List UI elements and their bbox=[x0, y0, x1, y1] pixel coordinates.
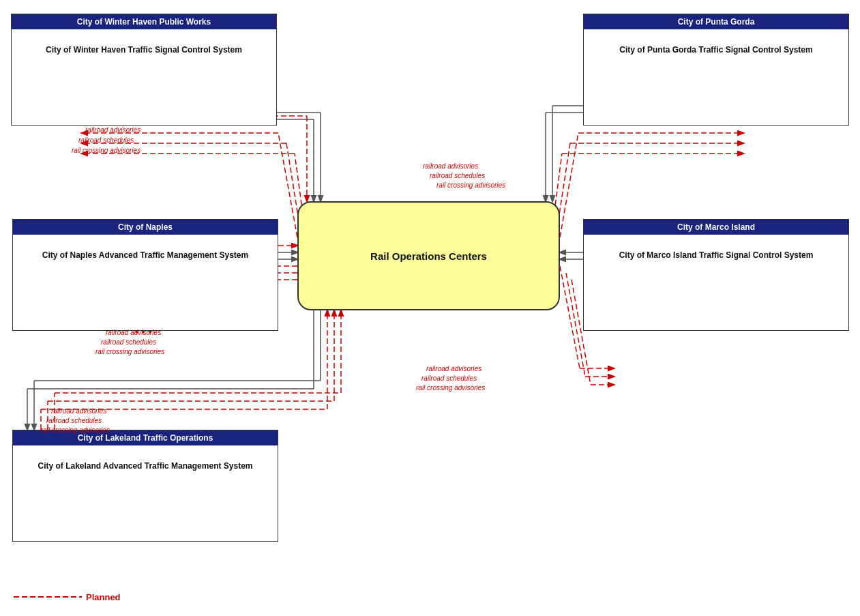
naples-node: City of Naples City of Naples Advanced T… bbox=[12, 219, 278, 331]
legend-label: Planned bbox=[86, 592, 121, 602]
svg-line-0 bbox=[278, 133, 297, 237]
pg-railroad-advisories-label: railroad advisories bbox=[423, 162, 478, 170]
marco-rail-crossing-label: rail crossing advisories bbox=[416, 384, 485, 392]
rail-operations-node: Rail Operations Centers bbox=[297, 201, 560, 310]
legend: Planned bbox=[14, 591, 121, 602]
wh-railroad-advisories-label: railroad advisories bbox=[85, 126, 140, 134]
naples-railroad-schedules-label: railroad schedules bbox=[101, 338, 156, 346]
lakeland-railroad-schedules-label: railroad schedules bbox=[46, 417, 102, 424]
winter-haven-header: City of Winter Haven Public Works bbox=[12, 14, 276, 29]
naples-header: City of Naples bbox=[13, 220, 278, 235]
marco-railroad-advisories-label: railroad advisories bbox=[426, 365, 481, 372]
marco-island-header: City of Marco Island bbox=[584, 220, 848, 235]
legend-line: Planned bbox=[14, 591, 121, 602]
punta-gorda-header: City of Punta Gorda bbox=[584, 14, 848, 29]
naples-body: City of Naples Advanced Traffic Manageme… bbox=[13, 235, 278, 276]
punta-gorda-body: City of Punta Gorda Traffic Signal Contr… bbox=[584, 29, 848, 70]
wh-railroad-schedules-label: railroad schedules bbox=[78, 136, 134, 144]
diagram-container: City of Winter Haven Public Works City o… bbox=[0, 0, 860, 616]
winter-haven-node: City of Winter Haven Public Works City o… bbox=[11, 14, 277, 126]
wh-rail-crossing-advisories-label: rail crossing advisories bbox=[72, 147, 140, 154]
marco-railroad-schedules-label: railroad schedules bbox=[421, 375, 477, 382]
svg-line-15 bbox=[560, 133, 578, 237]
pg-railroad-schedules-label: railroad schedules bbox=[430, 172, 485, 179]
lakeland-node: City of Lakeland Traffic Operations City… bbox=[12, 430, 278, 542]
lakeland-body: City of Lakeland Advanced Traffic Manage… bbox=[13, 445, 278, 486]
naples-rail-crossing-label: rail crossing advisories bbox=[95, 348, 164, 355]
pg-rail-crossing-advisories-label: rail crossing advisories bbox=[436, 181, 505, 189]
lakeland-railroad-advisories-label: railroad advisories bbox=[51, 407, 106, 415]
naples-railroad-advisories-label: railroad advisories bbox=[106, 329, 161, 336]
svg-line-36 bbox=[560, 266, 580, 368]
svg-line-38 bbox=[566, 273, 585, 377]
winter-haven-body: City of Winter Haven Traffic Signal Cont… bbox=[12, 29, 276, 70]
rail-operations-label: Rail Operations Centers bbox=[370, 250, 487, 262]
legend-dashed-line-icon bbox=[14, 591, 82, 602]
marco-island-body: City of Marco Island Traffic Signal Cont… bbox=[584, 235, 848, 276]
marco-island-node: City of Marco Island City of Marco Islan… bbox=[583, 219, 849, 331]
lakeland-rail-crossing-label: rail crossing advisories bbox=[41, 426, 110, 434]
punta-gorda-node: City of Punta Gorda City of Punta Gorda … bbox=[583, 14, 849, 126]
